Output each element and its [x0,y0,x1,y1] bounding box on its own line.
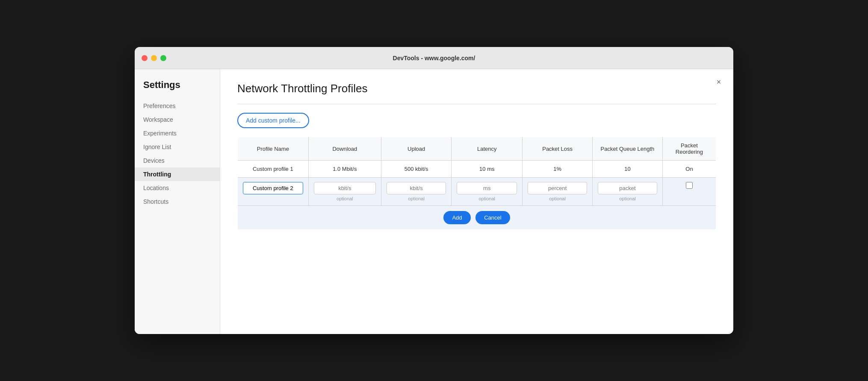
window-title: DevTools - www.google.com/ [393,55,475,62]
packet-loss-hint: optional [528,196,587,201]
titlebar: DevTools - www.google.com/ [135,47,733,69]
minimize-traffic-light[interactable] [151,55,157,61]
main-content: × Network Throttling Profiles Add custom… [220,69,733,334]
col-header-download: Download [308,137,381,161]
table-row: Custom profile 1 1.0 Mbit/s 500 kbit/s 1… [238,161,716,178]
sidebar-item-preferences[interactable]: Preferences [135,99,220,113]
download-cell: 1.0 Mbit/s [308,161,381,178]
sidebar-title: Settings [135,79,220,99]
sidebar-item-experiments[interactable]: Experiments [135,126,220,140]
new-latency-cell: optional [452,178,523,206]
traffic-lights [142,55,166,61]
col-header-packet-queue: Packet Queue Length [593,137,663,161]
latency-input[interactable] [457,182,517,194]
sidebar-item-workspace[interactable]: Workspace [135,113,220,126]
profiles-table: Profile Name Download Upload Latency Pac… [237,137,716,230]
packet-reordering-checkbox[interactable] [686,182,693,189]
page-title: Network Throttling Profiles [237,82,716,95]
packet-reordering-checkbox-wrapper [668,182,711,189]
sidebar-item-shortcuts[interactable]: Shortcuts [135,195,220,208]
add-custom-profile-button[interactable]: Add custom profile... [237,113,309,128]
profile-name-input[interactable] [243,182,303,194]
close-button[interactable]: × [713,76,725,88]
download-hint: optional [314,196,376,201]
sidebar-item-locations[interactable]: Locations [135,181,220,195]
packet-loss-cell: 1% [523,161,593,178]
close-traffic-light[interactable] [142,55,148,61]
new-upload-cell: optional [381,178,451,206]
packet-reordering-cell: On [662,161,716,178]
sidebar-item-ignore-list[interactable]: Ignore List [135,140,220,154]
sidebar-item-throttling[interactable]: Throttling [135,167,220,181]
download-input[interactable] [314,182,376,194]
actions-row: Add Cancel [238,206,716,230]
new-profile-name-cell [238,178,309,206]
profile-name-cell: Custom profile 1 [238,161,309,178]
new-packet-reordering-cell [662,178,716,206]
add-button[interactable]: Add [443,211,470,224]
new-download-cell: optional [308,178,381,206]
table-header-row: Profile Name Download Upload Latency Pac… [238,137,716,161]
latency-hint: optional [457,196,517,201]
new-profile-row: optional optional optional optional [238,178,716,206]
new-packet-queue-cell: optional [593,178,663,206]
col-header-latency: Latency [452,137,523,161]
section-divider [237,104,716,104]
latency-cell: 10 ms [452,161,523,178]
actions-cell: Add Cancel [238,206,716,230]
sidebar-item-devices[interactable]: Devices [135,154,220,167]
upload-cell: 500 kbit/s [381,161,451,178]
packet-loss-input[interactable] [528,182,587,194]
packet-queue-cell: 10 [593,161,663,178]
cancel-button[interactable]: Cancel [475,211,510,224]
packet-queue-hint: optional [598,196,657,201]
upload-hint: optional [387,196,446,201]
upload-input[interactable] [387,182,446,194]
maximize-traffic-light[interactable] [160,55,166,61]
col-header-upload: Upload [381,137,451,161]
col-header-name: Profile Name [238,137,309,161]
window-body: Settings Preferences Workspace Experimen… [135,69,733,334]
col-header-packet-reordering: Packet Reordering [662,137,716,161]
sidebar: Settings Preferences Workspace Experimen… [135,69,220,334]
new-packet-loss-cell: optional [523,178,593,206]
devtools-window: DevTools - www.google.com/ Settings Pref… [135,47,733,334]
col-header-packet-loss: Packet Loss [523,137,593,161]
packet-queue-input[interactable] [598,182,657,194]
